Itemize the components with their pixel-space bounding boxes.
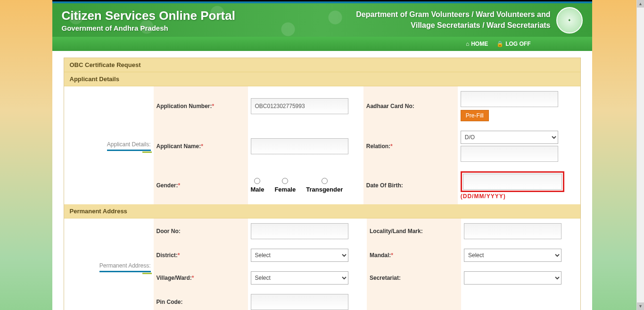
gender-female-label: Female <box>274 186 296 193</box>
dob-label: Date Of Birth: <box>366 182 403 189</box>
relation-name-input[interactable] <box>461 146 558 162</box>
lock-icon: 🔒 <box>496 41 504 47</box>
application-number-input[interactable] <box>251 98 348 114</box>
district-select[interactable]: Select <box>251 249 348 262</box>
state-seal-icon: ✦ <box>556 7 583 34</box>
relation-label: Relation: <box>366 143 390 150</box>
department-text: Department of Gram Volunteers / Ward Vol… <box>356 9 550 31</box>
gender-radio-group: Male Female Transgender <box>251 178 361 193</box>
secretariat-select[interactable] <box>464 271 561 285</box>
gender-label: Gender: <box>157 182 178 189</box>
scroll-up-icon[interactable]: ▲ <box>637 0 644 8</box>
door-no-label: Door No: <box>157 228 181 235</box>
permanent-address-header: Permanent Address <box>64 204 580 218</box>
door-no-input[interactable] <box>251 223 348 239</box>
sidebar-permanent-label: Permanent Address: <box>99 262 151 272</box>
prefill-button[interactable]: Pre-Fill <box>461 110 489 121</box>
secretariat-label: Secretariat: <box>370 275 401 281</box>
scroll-down-icon[interactable]: ▼ <box>637 302 644 310</box>
gender-trans-label: Transgender <box>306 186 343 193</box>
village-label: Village/Ward: <box>157 275 192 281</box>
district-label: District: <box>157 252 178 259</box>
portal-title: Citizen Services Online Portal <box>62 8 235 23</box>
applicant-name-label: Applicant Name: <box>157 143 201 150</box>
sidebar-applicant-label: Applicant Details: <box>107 141 151 151</box>
locality-input[interactable] <box>464 223 561 239</box>
scrollbar[interactable]: ▲ ▼ <box>636 0 644 310</box>
application-number-label: Application Number: <box>157 103 212 109</box>
relation-select[interactable]: D/O <box>461 131 558 144</box>
applicant-name-input[interactable] <box>251 138 348 154</box>
pincode-input[interactable] <box>251 294 348 310</box>
gender-male-label: Male <box>251 186 264 193</box>
home-link[interactable]: ⌂ HOME <box>466 41 488 47</box>
gender-male-radio[interactable] <box>254 178 260 184</box>
portal-subtitle: Government of Andhra Pradesh <box>62 24 235 32</box>
applicant-details-header: Applicant Details <box>64 72 580 86</box>
aadhaar-label: Aadhaar Card No: <box>366 103 414 109</box>
mandal-select[interactable]: Select <box>464 249 561 262</box>
dob-input[interactable] <box>463 174 562 190</box>
dob-highlight <box>461 171 564 192</box>
mandal-label: Mandal: <box>370 252 391 259</box>
aadhaar-input[interactable] <box>461 91 558 107</box>
header-banner: Citizen Services Online Portal Governmen… <box>52 1 592 37</box>
village-select[interactable]: Select <box>251 271 348 285</box>
request-title: OBC Certificate Request <box>64 58 580 72</box>
locality-label: Locality/Land Mark: <box>370 228 423 235</box>
navbar: ⌂ HOME 🔒 LOG OFF <box>52 37 592 51</box>
dob-hint: (DD/MM/YYYY) <box>461 193 578 200</box>
pincode-label: Pin Code: <box>157 299 183 305</box>
logoff-link[interactable]: 🔒 LOG OFF <box>496 41 530 47</box>
gender-female-radio[interactable] <box>282 178 288 184</box>
gender-trans-radio[interactable] <box>322 178 328 184</box>
home-icon: ⌂ <box>466 41 469 47</box>
